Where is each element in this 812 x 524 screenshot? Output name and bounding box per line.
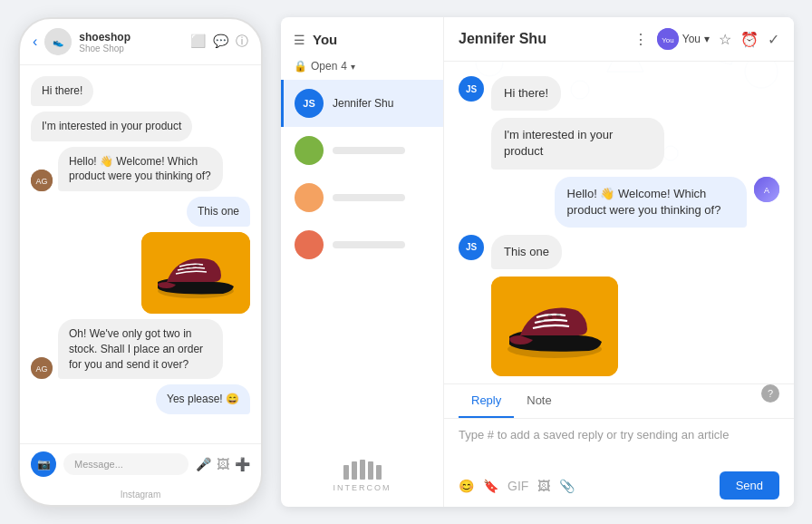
hamburger-icon[interactable]: ☰ (294, 33, 305, 47)
agent-chevron-icon: ▾ (704, 33, 710, 45)
svg-point-8 (196, 264, 199, 267)
conv-4-placeholder (333, 241, 405, 248)
bar-4 (368, 461, 373, 480)
conversation-list: JS Jennifer Shu (281, 80, 443, 445)
svg-point-7 (189, 265, 193, 268)
more-options-icon[interactable]: ⋮ (633, 31, 648, 48)
bar-5 (376, 465, 382, 480)
conv-2-placeholder (333, 147, 405, 154)
phone-messages: Hi there! I'm interested in your product… (20, 65, 261, 443)
instagram-label: Instagram (121, 490, 160, 500)
phone-product-image (141, 232, 250, 314)
conversation-item-jennifer[interactable]: JS Jennifer Shu (281, 80, 443, 127)
chat-contact-name: Jennifer Shu (459, 31, 633, 47)
phone-contact-sub: Shoe Shop (79, 44, 183, 53)
phone-header-icons: ⬜ 💬 ⓘ (190, 34, 248, 50)
phone-agent-row-2: AG Oh! We've only got two in stock. Shal… (31, 319, 250, 379)
bar-3 (360, 460, 365, 480)
svg-point-27 (548, 315, 553, 319)
bar-1 (343, 465, 349, 480)
chat-messages: JS Hi there! I'm interested in your prod… (444, 62, 794, 383)
svg-text:AG: AG (35, 364, 47, 374)
phone-input-actions: 🎤 🖼 ➕ (196, 457, 250, 471)
help-button[interactable]: ? (761, 384, 779, 403)
open-label: Open (311, 60, 337, 73)
video-icon[interactable]: ⬜ (190, 34, 206, 50)
conversation-item-4[interactable] (281, 221, 443, 268)
phone-contact-avatar: 👟 (44, 28, 72, 55)
tab-note[interactable]: Note (514, 384, 564, 418)
intercom-bars (343, 460, 382, 480)
ic-product-image (491, 277, 618, 376)
bar-2 (352, 461, 357, 480)
sidebar-title: You (313, 32, 337, 47)
message-icon[interactable]: 💬 (213, 34, 228, 50)
lock-icon: 🔒 (294, 60, 307, 73)
intercom-panel: ☰ You 🔒 Open 4 ▾ JS Jennifer Shu (281, 17, 794, 507)
send-button[interactable]: Send (720, 471, 779, 500)
image-attach-icon[interactable]: 🖼 (537, 479, 550, 493)
check-icon[interactable]: ✓ (768, 31, 779, 48)
conversation-item-3[interactable] (281, 174, 443, 221)
phone-msg-6: Oh! We've only got two in stock. Shall I… (58, 319, 223, 379)
svg-text:AG: AG (35, 177, 47, 186)
ic-msg-4: This one (491, 235, 562, 269)
svg-text:A: A (764, 186, 769, 195)
svg-point-28 (556, 314, 561, 318)
assigned-agent-chip[interactable]: You You ▾ (657, 28, 710, 50)
bookmark-icon[interactable]: 🔖 (483, 479, 498, 493)
camera-icon[interactable]: 📷 (31, 451, 56, 477)
js-avatar-1: JS (459, 76, 484, 102)
ic-msg-3: Hello! 👋 Welcome! Which product were you… (555, 177, 747, 228)
phone-msg-1: Hi there! (31, 76, 93, 106)
phone-contact-info: shoeshop Shoe Shop (79, 31, 183, 53)
image-icon[interactable]: 🖼 (217, 457, 229, 471)
open-filter-button[interactable]: 🔒 Open 4 ▾ (281, 56, 443, 80)
phone-agent-row-1: AG Hello! 👋 Welcome! Which product were … (31, 147, 250, 192)
add-icon[interactable]: ➕ (235, 457, 250, 471)
phone-footer: Instagram (20, 484, 261, 505)
mic-icon[interactable]: 🎤 (196, 457, 211, 471)
phone-header: ‹ 👟 shoeshop Shoe Shop ⬜ 💬 ⓘ (20, 19, 261, 65)
intercom-logo-section: INTERCOM (281, 445, 443, 507)
reply-toolbar-icons: 😊 🔖 GIF 🖼 📎 (459, 479, 710, 493)
agent-avatar-sm-2: AG (31, 357, 53, 379)
attachment-icon[interactable]: 📎 (559, 479, 575, 493)
svg-point-26 (540, 317, 545, 322)
agent-avatar-header: You (657, 28, 679, 50)
open-count: 4 (341, 60, 347, 73)
jennifer-name: Jennifer Shu (333, 97, 393, 110)
back-button[interactable]: ‹ (33, 34, 37, 50)
agent-name-label: You (682, 33, 701, 45)
js-avatar-4: JS (459, 235, 484, 260)
reply-box: Reply Note ? Type # to add a saved reply… (444, 383, 794, 507)
conv-4-avatar (295, 230, 324, 259)
conv-2-avatar (295, 136, 324, 165)
info-icon[interactable]: ⓘ (236, 34, 248, 50)
clock-icon[interactable]: ⏰ (740, 31, 759, 48)
intercom-label: INTERCOM (334, 483, 392, 492)
phone-contact-name: shoeshop (79, 31, 183, 44)
svg-point-6 (183, 267, 187, 270)
ic-product-img-row (459, 277, 779, 376)
svg-text:You: You (662, 36, 674, 44)
conversation-item-2[interactable] (281, 127, 443, 174)
conv-3-avatar (295, 183, 324, 212)
sidebar-header: ☰ You (281, 17, 443, 56)
intercom-chat-main: Jennifer Shu ⋮ You You ▾ ☆ ⏰ ✓ (444, 17, 794, 507)
tab-reply[interactable]: Reply (459, 384, 514, 418)
reply-input-area[interactable]: Type # to add a saved reply or try sendi… (444, 419, 794, 464)
reply-footer: 😊 🔖 GIF 🖼 📎 Send (444, 464, 794, 507)
phone-msg-4: This one (187, 197, 250, 227)
emoji-icon[interactable]: 😊 (459, 479, 474, 493)
conv-3-placeholder (333, 194, 405, 201)
phone-input-bar: 📷 Message... 🎤 🖼 ➕ (20, 443, 261, 484)
phone-message-input[interactable]: Message... (63, 453, 188, 475)
gif-icon[interactable]: GIF (508, 479, 528, 493)
phone-mockup: ‹ 👟 shoeshop Shoe Shop ⬜ 💬 ⓘ Hi there! I… (18, 17, 263, 507)
svg-text:👟: 👟 (53, 36, 64, 48)
agent-avatar-sm: AG (31, 170, 53, 191)
ic-msg-1: Hi there! (491, 76, 561, 111)
star-icon[interactable]: ☆ (719, 31, 731, 48)
ic-msg-2: I'm interested in your product (491, 118, 664, 169)
